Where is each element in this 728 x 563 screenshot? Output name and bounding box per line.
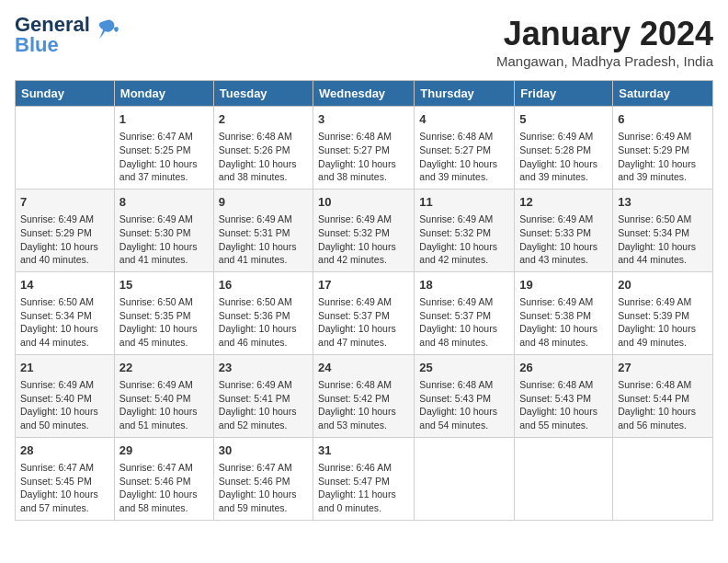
day-number: 25 (419, 360, 509, 376)
location: Mangawan, Madhya Pradesh, India (496, 53, 713, 69)
calendar-cell: 18Sunrise: 6:49 AMSunset: 5:37 PMDayligh… (415, 271, 515, 354)
calendar-cell: 16Sunrise: 6:50 AMSunset: 5:36 PMDayligh… (213, 271, 313, 354)
day-number: 15 (119, 277, 209, 293)
calendar-week-row: 14Sunrise: 6:50 AMSunset: 5:34 PMDayligh… (16, 271, 713, 354)
day-info: Sunrise: 6:48 AMSunset: 5:26 PMDaylight:… (219, 130, 308, 184)
day-info: Sunrise: 6:48 AMSunset: 5:44 PMDaylight:… (618, 378, 708, 432)
calendar-cell: 11Sunrise: 6:49 AMSunset: 5:32 PMDayligh… (415, 189, 515, 271)
calendar-cell: 8Sunrise: 6:49 AMSunset: 5:30 PMDaylight… (114, 189, 213, 271)
day-info: Sunrise: 6:48 AMSunset: 5:43 PMDaylight:… (519, 378, 608, 432)
day-number: 8 (119, 194, 209, 211)
calendar-cell: 6Sunrise: 6:49 AMSunset: 5:29 PMDaylight… (613, 107, 713, 190)
day-info: Sunrise: 6:49 AMSunset: 5:37 PMDaylight:… (419, 295, 509, 350)
day-number: 10 (318, 194, 409, 211)
calendar-cell: 17Sunrise: 6:49 AMSunset: 5:37 PMDayligh… (313, 271, 415, 354)
day-number: 26 (519, 360, 608, 376)
calendar-cell: 22Sunrise: 6:49 AMSunset: 5:40 PMDayligh… (114, 354, 213, 437)
calendar-cell: 21Sunrise: 6:49 AMSunset: 5:40 PMDayligh… (16, 354, 115, 437)
day-info: Sunrise: 6:47 AMSunset: 5:25 PMDaylight:… (119, 130, 209, 184)
calendar-cell: 9Sunrise: 6:49 AMSunset: 5:31 PMDaylight… (213, 189, 313, 271)
day-number: 12 (519, 194, 608, 211)
day-number: 1 (119, 111, 209, 128)
header-day-saturday: Saturday (613, 81, 713, 107)
day-info: Sunrise: 6:49 AMSunset: 5:30 PMDaylight:… (119, 213, 209, 267)
calendar-cell: 20Sunrise: 6:49 AMSunset: 5:39 PMDayligh… (613, 271, 713, 354)
calendar-cell (613, 437, 713, 520)
header-day-monday: Monday (114, 81, 213, 107)
day-info: Sunrise: 6:49 AMSunset: 5:29 PMDaylight:… (618, 130, 708, 184)
day-number: 22 (119, 360, 209, 376)
day-info: Sunrise: 6:49 AMSunset: 5:40 PMDaylight:… (119, 378, 209, 432)
day-number: 21 (20, 360, 109, 376)
day-info: Sunrise: 6:48 AMSunset: 5:42 PMDaylight:… (318, 378, 409, 432)
day-number: 6 (618, 111, 708, 128)
calendar-table: SundayMondayTuesdayWednesdayThursdayFrid… (15, 80, 713, 521)
calendar-cell (515, 437, 613, 520)
page-header: GeneralBlue January 2024 Mangawan, Madhy… (15, 15, 713, 69)
day-number: 11 (419, 194, 509, 211)
day-info: Sunrise: 6:49 AMSunset: 5:41 PMDaylight:… (219, 378, 308, 432)
calendar-cell: 5Sunrise: 6:49 AMSunset: 5:28 PMDaylight… (515, 107, 613, 190)
calendar-cell: 4Sunrise: 6:48 AMSunset: 5:27 PMDaylight… (415, 107, 515, 190)
header-day-thursday: Thursday (415, 81, 515, 107)
day-info: Sunrise: 6:48 AMSunset: 5:27 PMDaylight:… (419, 130, 509, 184)
day-info: Sunrise: 6:49 AMSunset: 5:40 PMDaylight:… (20, 378, 109, 432)
day-number: 18 (419, 277, 509, 293)
day-info: Sunrise: 6:46 AMSunset: 5:47 PMDaylight:… (318, 461, 409, 515)
day-info: Sunrise: 6:49 AMSunset: 5:29 PMDaylight:… (20, 213, 109, 267)
calendar-cell: 30Sunrise: 6:47 AMSunset: 5:46 PMDayligh… (213, 437, 313, 520)
calendar-cell: 25Sunrise: 6:48 AMSunset: 5:43 PMDayligh… (415, 354, 515, 437)
day-number: 2 (219, 111, 308, 128)
day-number: 24 (318, 360, 409, 376)
day-number: 7 (20, 194, 109, 211)
calendar-header-row: SundayMondayTuesdayWednesdayThursdayFrid… (16, 81, 713, 107)
calendar-cell: 23Sunrise: 6:49 AMSunset: 5:41 PMDayligh… (213, 354, 313, 437)
day-info: Sunrise: 6:48 AMSunset: 5:43 PMDaylight:… (419, 378, 509, 432)
calendar-cell: 26Sunrise: 6:48 AMSunset: 5:43 PMDayligh… (515, 354, 613, 437)
calendar-cell: 27Sunrise: 6:48 AMSunset: 5:44 PMDayligh… (613, 354, 713, 437)
calendar-week-row: 21Sunrise: 6:49 AMSunset: 5:40 PMDayligh… (16, 354, 713, 437)
calendar-cell: 13Sunrise: 6:50 AMSunset: 5:34 PMDayligh… (613, 189, 713, 271)
calendar-cell: 28Sunrise: 6:47 AMSunset: 5:45 PMDayligh… (16, 437, 115, 520)
day-number: 31 (318, 442, 409, 459)
day-info: Sunrise: 6:50 AMSunset: 5:36 PMDaylight:… (219, 295, 308, 350)
day-number: 13 (618, 194, 708, 211)
calendar-cell: 31Sunrise: 6:46 AMSunset: 5:47 PMDayligh… (313, 437, 415, 520)
calendar-week-row: 28Sunrise: 6:47 AMSunset: 5:45 PMDayligh… (16, 437, 713, 520)
calendar-cell: 1Sunrise: 6:47 AMSunset: 5:25 PMDaylight… (114, 107, 213, 190)
day-number: 4 (419, 111, 509, 128)
day-number: 29 (119, 442, 209, 459)
header-day-friday: Friday (515, 81, 613, 107)
calendar-cell: 3Sunrise: 6:48 AMSunset: 5:27 PMDaylight… (313, 107, 415, 190)
day-number: 16 (219, 277, 308, 293)
day-info: Sunrise: 6:48 AMSunset: 5:27 PMDaylight:… (318, 130, 409, 184)
day-number: 23 (219, 360, 308, 376)
calendar-cell: 14Sunrise: 6:50 AMSunset: 5:34 PMDayligh… (16, 271, 115, 354)
day-info: Sunrise: 6:49 AMSunset: 5:31 PMDaylight:… (219, 213, 308, 267)
day-info: Sunrise: 6:49 AMSunset: 5:33 PMDaylight:… (519, 213, 608, 267)
day-number: 27 (618, 360, 708, 376)
day-info: Sunrise: 6:50 AMSunset: 5:34 PMDaylight:… (618, 213, 708, 267)
day-info: Sunrise: 6:47 AMSunset: 5:45 PMDaylight:… (20, 461, 109, 515)
day-info: Sunrise: 6:49 AMSunset: 5:32 PMDaylight:… (419, 213, 509, 267)
day-number: 9 (219, 194, 308, 211)
header-day-tuesday: Tuesday (213, 81, 313, 107)
calendar-cell (16, 107, 115, 190)
calendar-cell: 29Sunrise: 6:47 AMSunset: 5:46 PMDayligh… (114, 437, 213, 520)
calendar-cell: 7Sunrise: 6:49 AMSunset: 5:29 PMDaylight… (16, 189, 115, 271)
header-day-sunday: Sunday (16, 81, 115, 107)
logo-text: GeneralBlue (15, 15, 90, 55)
calendar-cell: 12Sunrise: 6:49 AMSunset: 5:33 PMDayligh… (515, 189, 613, 271)
day-info: Sunrise: 6:47 AMSunset: 5:46 PMDaylight:… (219, 461, 308, 515)
day-info: Sunrise: 6:47 AMSunset: 5:46 PMDaylight:… (119, 461, 209, 515)
calendar-cell (415, 437, 515, 520)
day-number: 20 (618, 277, 708, 293)
logo: GeneralBlue (15, 15, 119, 55)
header-day-wednesday: Wednesday (313, 81, 415, 107)
calendar-week-row: 7Sunrise: 6:49 AMSunset: 5:29 PMDaylight… (16, 189, 713, 271)
day-info: Sunrise: 6:49 AMSunset: 5:32 PMDaylight:… (318, 213, 409, 267)
calendar-week-row: 1Sunrise: 6:47 AMSunset: 5:25 PMDaylight… (16, 107, 713, 190)
calendar-cell: 2Sunrise: 6:48 AMSunset: 5:26 PMDaylight… (213, 107, 313, 190)
calendar-cell: 10Sunrise: 6:49 AMSunset: 5:32 PMDayligh… (313, 189, 415, 271)
day-info: Sunrise: 6:50 AMSunset: 5:34 PMDaylight:… (20, 295, 109, 350)
